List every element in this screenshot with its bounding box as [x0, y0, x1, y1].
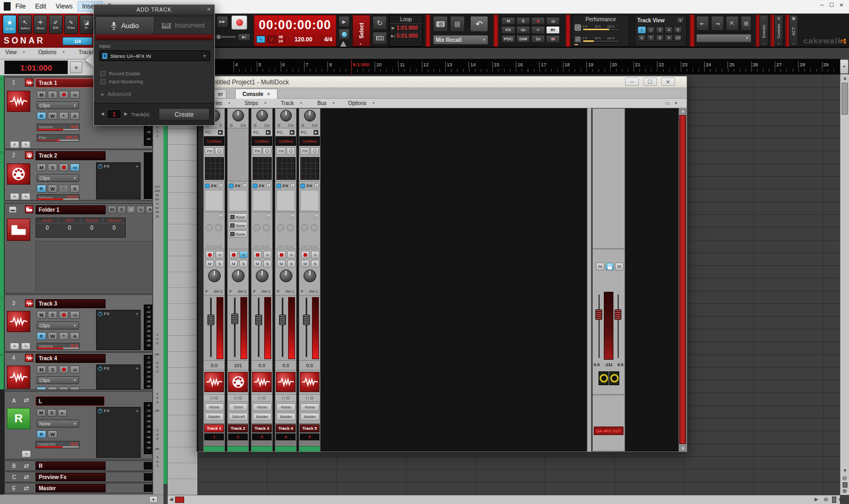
- menu-item[interactable]: Edit: [30, 1, 51, 12]
- mix-module-button[interactable]: ●: [531, 17, 545, 25]
- input-echo-button[interactable]: •))): [215, 251, 224, 258]
- mix-module-button[interactable]: DIM: [516, 35, 530, 43]
- solo-button[interactable]: S: [47, 409, 56, 416]
- advanced-toggle[interactable]: Advanced: [107, 91, 131, 97]
- auto-button[interactable]: A: [70, 185, 80, 193]
- mute-button[interactable]: M: [37, 163, 46, 171]
- modules-menu[interactable]: les: [215, 100, 230, 106]
- gain-knob[interactable]: [232, 110, 244, 121]
- mix-module-button[interactable]: ≈: [531, 26, 545, 34]
- bus-name[interactable]: Master: [36, 484, 106, 492]
- screenset-button[interactable]: 1: [638, 27, 646, 33]
- screenset-dropdown[interactable]: ▼: [696, 34, 751, 42]
- bus-row-b[interactable]: B ⇄ R: [4, 460, 153, 471]
- close-icon[interactable]: ✕: [207, 6, 211, 12]
- metronome-icon[interactable]: [340, 41, 346, 47]
- snapshot-button[interactable]: *: [59, 185, 68, 193]
- mute-button[interactable]: M: [108, 206, 116, 213]
- vertical-scrollbar[interactable]: ▲ ▼ ⊖ ⊕: [840, 74, 849, 495]
- write-automation-button[interactable]: W: [48, 387, 57, 390]
- volume-value[interactable]: 0.0: [258, 363, 265, 368]
- restore-icon[interactable]: ☐: [829, 2, 834, 8]
- scroll-thumb[interactable]: [842, 83, 848, 115]
- solo-button[interactable]: S: [48, 163, 57, 171]
- mute-button[interactable]: M: [301, 260, 309, 267]
- volume-slider[interactable]: Volume0.0: [37, 124, 80, 131]
- console-scrollbar[interactable]: ▲ ▼: [679, 108, 687, 451]
- snap-button[interactable]: 1/4: [63, 37, 92, 45]
- screenset-button[interactable]: 3: [656, 27, 664, 33]
- volume-fader[interactable]: [231, 314, 238, 324]
- volume-slider[interactable]: Volume(101): [37, 194, 80, 201]
- fx-bin[interactable]: [276, 190, 295, 211]
- lock-button[interactable]: [605, 263, 614, 271]
- tab-console[interactable]: Console✕: [235, 89, 278, 99]
- scroll-down-icon[interactable]: ▼: [681, 446, 685, 451]
- add-fx-icon[interactable]: +: [136, 164, 138, 169]
- bus-menu[interactable]: Bus: [317, 100, 334, 106]
- record-arm-button[interactable]: [339, 29, 350, 40]
- fx-power-icon[interactable]: [229, 184, 233, 188]
- paste-button[interactable]: Pst: [300, 147, 309, 155]
- input-echo-button[interactable]: •))): [70, 91, 80, 99]
- mix-module-button[interactable]: 2x: [531, 35, 545, 43]
- automation-button[interactable]: ∿: [22, 450, 31, 457]
- add-fx-icon[interactable]: +: [242, 184, 247, 188]
- scroll-right-icon[interactable]: ▶: [815, 497, 818, 502]
- loop-ruler-button[interactable]: [372, 32, 387, 45]
- interleave-button[interactable]: ►: [58, 409, 67, 416]
- add-track-button[interactable]: +: [70, 62, 82, 73]
- bank-send[interactable]: BNone: [229, 222, 247, 229]
- arm-button[interactable]: [301, 251, 309, 258]
- preset-name[interactable]: Untitled: [255, 139, 269, 144]
- pan-knob[interactable]: [280, 270, 292, 282]
- track-name[interactable]: Track 4: [36, 354, 106, 363]
- prochannel-label[interactable]: PC: [301, 130, 307, 135]
- solo-button[interactable]: S: [117, 206, 126, 213]
- act-module[interactable]: ▣ACT▾: [785, 15, 798, 47]
- read-automation-button[interactable]: R: [37, 185, 46, 193]
- options-menu[interactable]: Options: [348, 100, 374, 106]
- power-button[interactable]: [263, 147, 271, 155]
- arm-button[interactable]: [229, 251, 238, 258]
- track-row-2[interactable]: 2 Track 2 M S •))) Clips▼ R W * A Volume…: [4, 150, 153, 201]
- fx-bin[interactable]: [229, 190, 247, 211]
- dock-icon[interactable]: ▭: [665, 101, 670, 106]
- track-menu[interactable]: Track: [281, 100, 302, 106]
- arm-button[interactable]: [59, 91, 68, 99]
- move-tool-button[interactable]: ✛Move: [33, 15, 47, 34]
- send-knob[interactable]: [277, 224, 284, 231]
- clips-dropdown[interactable]: Clips▼: [37, 101, 79, 109]
- snapshot-button[interactable]: [433, 16, 448, 32]
- read-automation-button[interactable]: R: [37, 112, 46, 120]
- expand-icon[interactable]: ▶: [218, 130, 223, 135]
- pan-knob[interactable]: [232, 270, 245, 282]
- add-fx-icon[interactable]: +: [266, 184, 271, 188]
- mute-button[interactable]: M: [229, 260, 238, 267]
- output-dropdown[interactable]: None▼: [37, 420, 79, 428]
- auto-button[interactable]: A: [70, 332, 80, 340]
- output-button[interactable]: Master: [276, 413, 296, 421]
- input-echo-button[interactable]: •))): [136, 206, 145, 213]
- console-splitter[interactable]: [587, 108, 592, 451]
- mute-button[interactable]: M: [596, 263, 604, 271]
- rewind-button[interactable]: ▶▶: [216, 16, 228, 28]
- expand-icon[interactable]: ▶: [266, 130, 271, 135]
- fx-bin[interactable]: [300, 190, 319, 211]
- input-button[interactable]: Omni: [229, 403, 248, 411]
- eq-plot[interactable]: [253, 157, 272, 180]
- clips-dropdown[interactable]: Clips▼: [37, 174, 79, 182]
- scroll-up-icon[interactable]: ▲: [681, 109, 685, 114]
- write-automation-button[interactable]: W: [48, 430, 57, 438]
- tempo-display[interactable]: 120.00: [288, 36, 319, 42]
- scroll-thumb[interactable]: [175, 497, 184, 503]
- arm-button[interactable]: [205, 251, 214, 258]
- zoom-in-icon[interactable]: ⊕: [842, 488, 847, 494]
- mix-module-button[interactable]: FX: [501, 26, 515, 34]
- pan-knob[interactable]: [256, 270, 268, 282]
- strips-menu[interactable]: Strips: [245, 100, 266, 106]
- input-button[interactable]: -None-: [253, 403, 272, 411]
- preset-name[interactable]: Untitled: [279, 139, 293, 144]
- go-end-button[interactable]: ▶|: [238, 33, 250, 41]
- left-volume-fader[interactable]: [595, 309, 602, 320]
